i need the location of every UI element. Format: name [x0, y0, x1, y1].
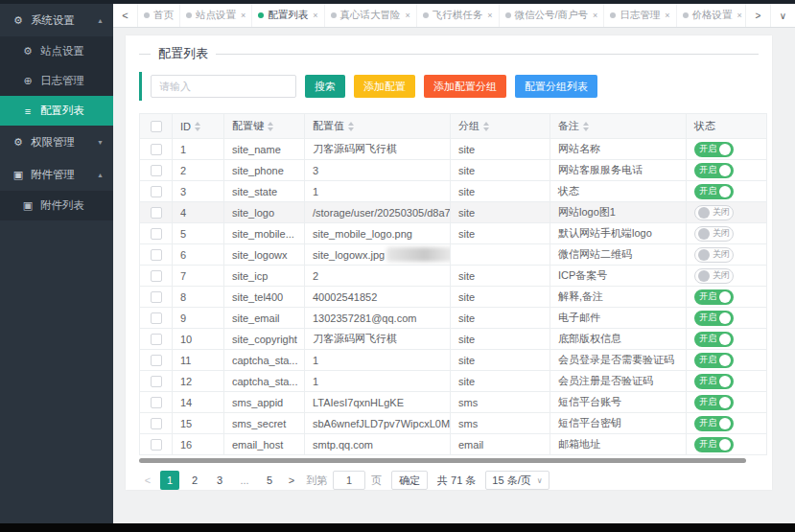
status-toggle[interactable]: 开启 — [694, 311, 734, 326]
select-all-checkbox[interactable] — [151, 121, 162, 132]
sidebar-item-active[interactable]: ≡配置列表 — [0, 96, 113, 126]
cell-group: site — [451, 350, 550, 371]
sidebar-menu[interactable]: ⚙权限管理▼ — [0, 126, 113, 158]
status-toggle[interactable]: 关闭 — [694, 268, 734, 284]
pagination-next-button[interactable]: > — [283, 474, 300, 486]
tab-dropdown-button[interactable]: ∨ — [770, 4, 795, 27]
tab-item[interactable]: 飞行棋任务× — [417, 4, 500, 27]
row-checkbox[interactable] — [151, 376, 162, 387]
cell-group: sms — [451, 392, 550, 413]
close-icon[interactable]: × — [487, 11, 492, 20]
tab-item[interactable]: 微信公号/商户号× — [500, 4, 605, 27]
cell-config-key: site_name — [224, 139, 305, 160]
status-toggle[interactable]: 开启 — [694, 416, 734, 431]
sort-asc-icon — [195, 122, 200, 126]
sidebar-item-link[interactable]: ⚙站点设置 — [0, 36, 113, 66]
status-toggle[interactable]: 开启 — [694, 353, 734, 368]
cell-status: 关闭 — [687, 266, 767, 287]
row-checkbox[interactable] — [151, 418, 162, 429]
sort-desc-icon — [583, 127, 589, 131]
tab-item[interactable]: 价格设置× — [677, 4, 745, 27]
search-button[interactable]: 搜索 — [305, 75, 345, 98]
cell-remark: 底部版权信息 — [550, 329, 687, 350]
tab-dot — [423, 12, 429, 18]
add-config-group-button[interactable]: 添加配置分组 — [424, 75, 506, 98]
row-checkbox[interactable] — [151, 249, 162, 261]
row-checkbox[interactable] — [151, 334, 162, 345]
cell-remark: 网站名称 — [550, 139, 687, 160]
row-checkbox[interactable] — [151, 355, 162, 366]
sort-desc-icon — [348, 127, 354, 131]
close-icon[interactable]: × — [737, 11, 742, 20]
close-icon[interactable]: × — [665, 11, 669, 20]
close-icon[interactable]: × — [593, 11, 597, 20]
pagination-goto-input[interactable] — [333, 471, 365, 490]
row-checkbox[interactable] — [151, 186, 162, 197]
cell-config-key: email_host — [224, 434, 305, 455]
cell-remark: 微信网站二维码 — [550, 244, 687, 266]
pagination-page-button[interactable]: 3 — [210, 471, 229, 490]
cell-group: site — [451, 329, 550, 350]
column-header[interactable]: 备注 — [550, 114, 687, 139]
row-checkbox[interactable] — [151, 397, 162, 408]
sidebar-menu[interactable]: ⚙系统设置▲ — [0, 4, 113, 36]
search-input[interactable] — [151, 75, 296, 98]
column-header-label: 配置值 — [313, 119, 344, 133]
status-toggle[interactable]: 开启 — [694, 289, 734, 305]
row-checkbox[interactable] — [151, 207, 162, 219]
row-checkbox[interactable] — [151, 165, 162, 176]
pagination-pages: 123...5 — [160, 471, 279, 490]
pagination-page-button[interactable]: 5 — [260, 471, 279, 490]
status-toggle[interactable]: 开启 — [694, 332, 734, 347]
tab-item[interactable]: 首页 — [138, 4, 180, 27]
page-size-select[interactable]: 15 条/页 ∨ — [485, 471, 549, 490]
row-checkbox[interactable] — [151, 270, 162, 282]
tab-item[interactable]: 配置列表× — [252, 4, 324, 27]
tab-scroll-right-button[interactable]: > — [745, 4, 770, 27]
pagination-page-button[interactable]: 1 — [160, 471, 179, 490]
table-row: 15sms_secretsbA6wnefJLD7pv7WipcxL0M3IM..… — [140, 413, 767, 434]
config-group-list-button[interactable]: 配置分组列表 — [515, 75, 597, 98]
tab-scroll-left-button[interactable]: < — [113, 4, 138, 27]
pagination-goto-label: 到第 — [306, 474, 327, 488]
add-config-button[interactable]: 添加配置 — [354, 75, 415, 98]
cell-id: 5 — [173, 223, 224, 244]
sidebar-item-link[interactable]: ⊕日志管理 — [0, 66, 113, 96]
row-checkbox-cell — [140, 202, 173, 223]
close-icon[interactable]: × — [313, 11, 317, 20]
pagination-page-button[interactable]: 2 — [185, 471, 204, 490]
horizontal-scrollbar[interactable] — [139, 458, 746, 463]
status-toggle[interactable]: 开启 — [694, 163, 734, 178]
sidebar-menu[interactable]: ▣附件管理▲ — [0, 158, 113, 191]
sidebar-item-link[interactable]: ▣附件列表 — [0, 191, 113, 220]
status-toggle[interactable]: 开启 — [694, 184, 734, 199]
row-checkbox[interactable] — [151, 291, 162, 303]
status-toggle[interactable]: 开启 — [694, 437, 734, 452]
status-toggle[interactable]: 开启 — [694, 142, 734, 157]
close-icon[interactable]: × — [406, 11, 410, 20]
pagination-confirm-button[interactable]: 确定 — [391, 471, 428, 490]
status-toggle[interactable]: 关闭 — [694, 226, 734, 242]
tab-label: 站点设置 — [196, 9, 236, 22]
status-toggle[interactable]: 关闭 — [694, 247, 734, 263]
column-header[interactable]: 配置值 — [305, 114, 451, 139]
row-checkbox[interactable] — [151, 439, 162, 451]
cell-remark: ICP备案号 — [550, 266, 687, 287]
row-checkbox-cell — [140, 287, 173, 308]
column-header[interactable]: 配置键 — [224, 114, 305, 139]
tab-item[interactable]: 日志管理× — [604, 4, 676, 27]
tab-item[interactable]: 站点设置× — [180, 4, 252, 27]
row-checkbox[interactable] — [151, 228, 162, 240]
row-checkbox[interactable] — [151, 144, 162, 155]
toggle-knob — [719, 439, 731, 451]
column-header[interactable]: ID — [173, 114, 224, 139]
row-checkbox[interactable] — [151, 312, 162, 324]
cell-config-key: site_mobile... — [224, 223, 305, 244]
tab-item[interactable]: 真心话大冒险× — [325, 4, 417, 27]
pagination-prev-button[interactable]: < — [139, 474, 156, 486]
close-icon[interactable]: × — [241, 11, 246, 20]
column-header[interactable]: 分组 — [451, 114, 550, 139]
status-toggle[interactable]: 关闭 — [694, 205, 734, 220]
status-toggle[interactable]: 开启 — [694, 395, 734, 410]
status-toggle[interactable]: 开启 — [694, 374, 734, 389]
